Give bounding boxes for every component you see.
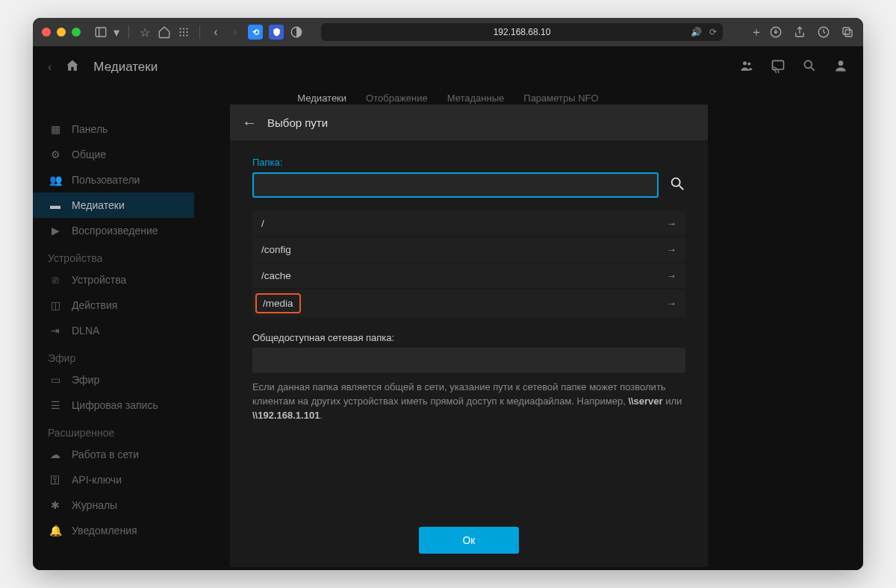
sidebar-item-label: API-ключи (72, 474, 122, 486)
svg-point-4 (186, 28, 187, 29)
ok-button[interactable]: Ок (419, 527, 519, 554)
home-icon[interactable] (158, 25, 171, 39)
header-back-icon[interactable]: ‹ (48, 60, 52, 74)
minimize-window-button[interactable] (57, 28, 66, 37)
users-icon: 👥 (49, 174, 61, 186)
sidebar-item-label: Журналы (72, 499, 117, 511)
tab-libraries[interactable]: Медиатеки (297, 93, 346, 104)
sidebar-item-label: Эфир (72, 374, 99, 386)
sidebar: ▦Панель ⚙Общие 👥Пользователи ▬Медиатеки … (33, 116, 194, 570)
sidebar-item-libraries[interactable]: ▬Медиатеки (33, 193, 194, 218)
downloads-icon[interactable] (769, 25, 783, 39)
app-header: ‹ Медиатеки (33, 46, 863, 88)
url-bar[interactable]: 192.168.68.10 🔊 ⟳ (321, 23, 723, 41)
help-example-1: \\server (628, 395, 662, 407)
copy-icon[interactable] (841, 25, 854, 39)
tab-nfo[interactable]: Параметры NFO (523, 93, 598, 104)
share-icon[interactable] (793, 25, 806, 39)
traffic-lights (42, 28, 81, 37)
page-title: Медиатеки (93, 60, 158, 75)
svg-rect-15 (843, 28, 850, 34)
folder-name: /cache (261, 270, 291, 281)
sidebar-section-advanced: Расширенное (33, 418, 194, 442)
reload-icon[interactable]: ⟳ (709, 27, 717, 37)
sidebar-item-general[interactable]: ⚙Общие (33, 142, 194, 167)
arrow-right-icon: → (667, 270, 677, 281)
star-icon[interactable]: ☆ (138, 25, 152, 39)
svg-point-2 (179, 28, 181, 29)
new-tab-icon[interactable]: ＋ (750, 25, 763, 39)
folder-row[interactable]: /→ (252, 211, 685, 236)
sidebar-item-live[interactable]: ▭Эфир (33, 367, 194, 392)
modal-body: Папка: /→ /config→ /cache→ /media→ Общед… (230, 140, 708, 513)
help-example-2: \\192.168.1.101 (252, 410, 320, 421)
url-text: 192.168.68.10 (494, 27, 551, 37)
devices-icon: ⎚ (49, 274, 61, 286)
sidebar-item-label: Пользователи (72, 174, 140, 186)
tab-display[interactable]: Отображение (366, 93, 428, 104)
folder-row[interactable]: /config→ (252, 237, 685, 262)
svg-point-21 (839, 60, 844, 66)
folder-input[interactable] (252, 172, 659, 198)
key-icon: ⚿ (49, 474, 61, 486)
help-body: Если данная папка является общей в сети,… (252, 381, 666, 407)
folder-name: /media (255, 293, 301, 313)
arrow-right-icon: → (667, 244, 677, 255)
svg-line-20 (812, 68, 815, 71)
svg-point-8 (179, 34, 181, 36)
sidebar-item-label: DLNA (72, 325, 99, 337)
apps-grid-icon[interactable] (177, 25, 190, 39)
sidebar-item-dvr[interactable]: ☰Цифровая запись (33, 392, 194, 418)
extension-1-icon[interactable]: ⟲ (248, 25, 263, 40)
sidebar-item-users[interactable]: 👥Пользователи (33, 167, 194, 193)
maximize-window-button[interactable] (72, 28, 81, 37)
contrast-icon[interactable] (290, 25, 303, 39)
svg-rect-14 (845, 30, 852, 37)
audio-icon[interactable]: 🔊 (691, 27, 702, 37)
browser-window: ▾ ☆ ‹ › ⟲ 192.168.68.10 🔊 ⟳ ＋ ‹ (33, 18, 863, 570)
sidebar-item-playback[interactable]: ▶Воспроизведение (33, 218, 194, 243)
play-icon: ▶ (49, 225, 61, 237)
sidebar-item-devices[interactable]: ⎚Устройства (33, 267, 194, 293)
folder-name: / (261, 218, 264, 229)
svg-point-17 (747, 62, 750, 65)
history-icon[interactable] (817, 25, 830, 39)
search-folder-icon[interactable] (669, 175, 685, 196)
svg-point-16 (743, 61, 747, 65)
back-arrow-icon[interactable]: ← (242, 114, 257, 131)
folder-row[interactable]: /cache→ (252, 263, 685, 288)
back-icon[interactable]: ‹ (209, 25, 223, 39)
gear-icon: ⚙ (49, 148, 61, 160)
sidebar-item-activity[interactable]: ◫Действия (33, 293, 194, 318)
sidebar-item-network[interactable]: ☁Работа в сети (33, 442, 194, 467)
help-or: или (663, 395, 682, 407)
svg-point-22 (672, 178, 680, 186)
search-icon[interactable] (802, 58, 817, 76)
svg-point-10 (186, 34, 187, 36)
folder-icon: ▬ (49, 199, 61, 211)
sidebar-item-panel[interactable]: ▦Панель (33, 116, 194, 142)
svg-rect-0 (96, 28, 106, 37)
sidebar-item-notifications[interactable]: 🔔Уведомления (33, 518, 194, 543)
sidebar-item-label: Воспроизведение (72, 225, 158, 237)
user-icon[interactable] (833, 58, 848, 76)
network-label: Общедоступная сетевая папка: (252, 332, 685, 343)
sidebar-item-label: Действия (72, 299, 117, 311)
folder-row-media[interactable]: /media→ (252, 290, 685, 317)
cast-icon[interactable] (771, 58, 785, 76)
forward-icon[interactable]: › (228, 25, 242, 39)
arrow-right-icon: → (667, 218, 677, 229)
chevron-down-icon[interactable]: ▾ (113, 25, 119, 39)
header-home-icon[interactable] (65, 58, 80, 76)
close-window-button[interactable] (42, 28, 51, 37)
people-icon[interactable] (739, 58, 754, 76)
sidebar-item-apikeys[interactable]: ⚿API-ключи (33, 467, 194, 492)
svg-point-5 (179, 31, 181, 33)
sidebar-item-logs[interactable]: ✱Журналы (33, 492, 194, 518)
sidebar-item-dlna[interactable]: ⇥DLNA (33, 318, 194, 343)
extension-2-icon[interactable] (269, 25, 284, 40)
dlna-icon: ⇥ (49, 325, 61, 337)
tab-metadata[interactable]: Метаданные (447, 93, 505, 104)
sidebar-toggle-icon[interactable] (94, 25, 108, 39)
network-input[interactable] (252, 348, 685, 373)
